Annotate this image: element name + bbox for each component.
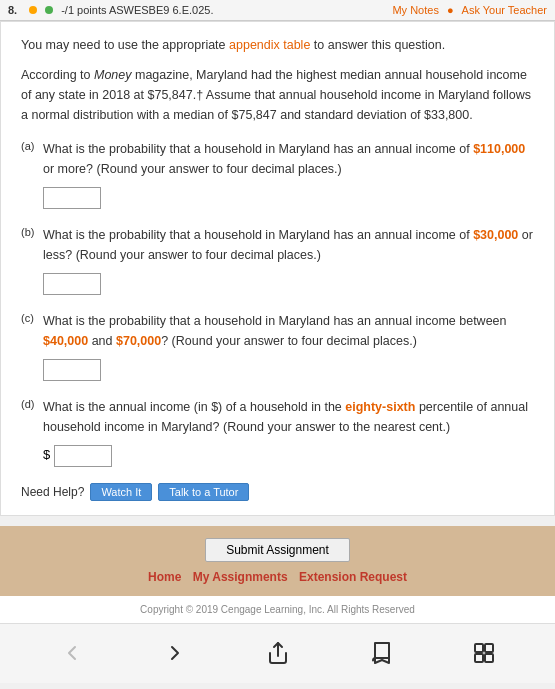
question-number: 8. — [8, 4, 17, 16]
part-b-content: What is the probability that a household… — [43, 225, 534, 295]
part-b: (b) What is the probability that a house… — [21, 225, 534, 295]
share-button[interactable] — [260, 635, 296, 671]
part-d-label: (d) — [21, 397, 37, 410]
part-c-content: What is the probability that a household… — [43, 311, 534, 381]
svg-rect-2 — [485, 644, 493, 652]
part-a-label: (a) — [21, 139, 37, 152]
svg-rect-3 — [475, 654, 483, 662]
part-a-question: What is the probability that a household… — [43, 139, 534, 179]
main-content: You may need to use the appropriate appe… — [0, 21, 555, 516]
appendix-table-link[interactable]: appendix table — [229, 38, 310, 52]
tabs-button[interactable] — [466, 635, 502, 671]
forward-button[interactable] — [157, 635, 193, 671]
dot-orange-icon — [29, 6, 37, 14]
home-link[interactable]: Home — [144, 570, 185, 584]
part-c: (c) What is the probability that a house… — [21, 311, 534, 381]
top-bar-right: My Notes ● Ask Your Teacher — [392, 4, 547, 16]
need-help-label: Need Help? — [21, 485, 84, 499]
svg-rect-1 — [475, 644, 483, 652]
browser-nav — [0, 623, 555, 683]
highlight-a: $110,000 — [473, 142, 525, 156]
my-assignments-link[interactable]: My Assignments — [189, 570, 292, 584]
submit-assignment-button[interactable]: Submit Assignment — [205, 538, 350, 562]
footer-nav: Home My Assignments Extension Request — [144, 570, 411, 584]
svg-rect-4 — [485, 654, 493, 662]
dollar-row: $ — [43, 443, 534, 467]
dollar-sign: $ — [43, 447, 50, 462]
part-c-label: (c) — [21, 311, 37, 324]
highlight-d: eighty-sixth — [345, 400, 415, 414]
intro-text: You may need to use the appropriate appe… — [21, 36, 534, 55]
extension-request-link[interactable]: Extension Request — [295, 570, 411, 584]
back-button[interactable] — [54, 635, 90, 671]
highlight-b: $30,000 — [473, 228, 518, 242]
answer-input-b[interactable] — [43, 273, 101, 295]
help-bar: Need Help? Watch It Talk to a Tutor — [21, 483, 534, 501]
part-b-label: (b) — [21, 225, 37, 238]
part-d: (d) What is the annual income (in $) of … — [21, 397, 534, 467]
part-c-question: What is the probability that a household… — [43, 311, 534, 351]
ask-teacher-link[interactable]: Ask Your Teacher — [462, 4, 547, 16]
bookmarks-button[interactable] — [363, 635, 399, 671]
my-notes-link[interactable]: My Notes — [392, 4, 438, 16]
copyright-text: Copyright © 2019 Cengage Learning, Inc. … — [140, 604, 415, 615]
talk-to-tutor-button[interactable]: Talk to a Tutor — [158, 483, 249, 501]
top-bar: 8. -/1 points ASWESBE9 6.E.025. My Notes… — [0, 0, 555, 21]
watch-it-button[interactable]: Watch It — [90, 483, 152, 501]
copyright-bar: Copyright © 2019 Cengage Learning, Inc. … — [0, 596, 555, 623]
points-label: -/1 points ASWESBE9 6.E.025. — [61, 4, 384, 16]
separator: ● — [447, 4, 454, 16]
part-a: (a) What is the probability that a house… — [21, 139, 534, 209]
answer-input-d[interactable] — [54, 445, 112, 467]
highlight-c1: $40,000 — [43, 334, 88, 348]
context-text: According to Money magazine, Maryland ha… — [21, 65, 534, 125]
answer-input-a[interactable] — [43, 187, 101, 209]
part-a-content: What is the probability that a household… — [43, 139, 534, 209]
answer-input-c[interactable] — [43, 359, 101, 381]
highlight-c2: $70,000 — [116, 334, 161, 348]
bottom-area: Submit Assignment Home My Assignments Ex… — [0, 526, 555, 596]
part-d-content: What is the annual income (in $) of a ho… — [43, 397, 534, 467]
part-b-question: What is the probability that a household… — [43, 225, 534, 265]
part-d-question: What is the annual income (in $) of a ho… — [43, 397, 534, 437]
dot-green-icon — [45, 6, 53, 14]
